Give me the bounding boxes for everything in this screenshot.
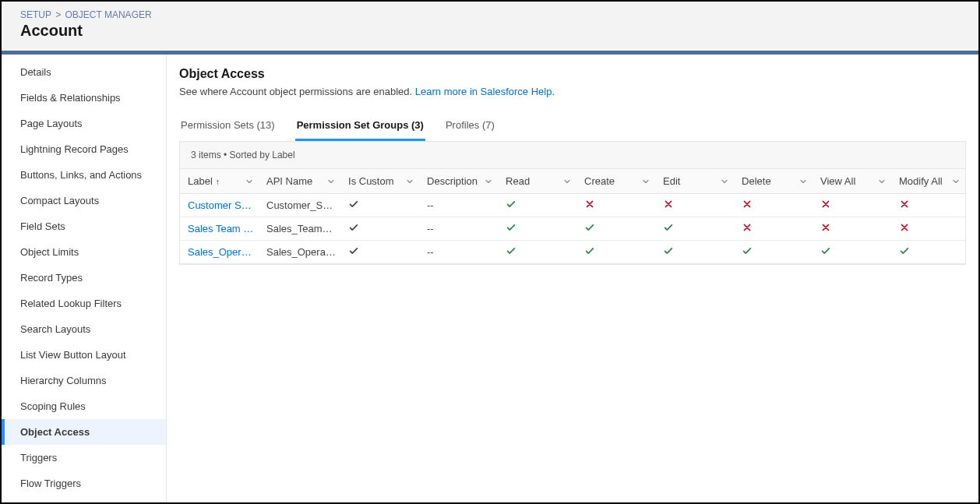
row-label[interactable]: Sales_Operatio... xyxy=(180,241,259,264)
tab-profiles-7-[interactable]: Profiles (7) xyxy=(444,111,496,141)
row-perm-edit xyxy=(655,194,734,217)
sidebar: DetailsFields & RelationshipsPage Layout… xyxy=(2,55,167,502)
row-perm-delete xyxy=(734,241,813,264)
column-header-is-custom[interactable]: Is Custom xyxy=(340,169,419,194)
row-label[interactable]: Customer Sup... xyxy=(180,194,259,217)
sidebar-item-field-sets[interactable]: Field Sets xyxy=(2,213,166,239)
chevron-down-icon[interactable] xyxy=(562,177,572,186)
row-perm-view-all xyxy=(813,194,891,217)
sidebar-item-flow-triggers[interactable]: Flow Triggers xyxy=(2,471,166,496)
chevron-down-icon[interactable] xyxy=(720,177,729,186)
chevron-down-icon[interactable] xyxy=(405,177,414,186)
breadcrumb-object-manager[interactable]: OBJECT MANAGER xyxy=(65,9,152,20)
cross-icon xyxy=(899,200,910,212)
sidebar-item-object-access[interactable]: Object Access xyxy=(2,419,166,445)
row-label[interactable]: Sales Team Me... xyxy=(180,217,259,241)
tab-permission-sets-13-[interactable]: Permission Sets (13) xyxy=(179,111,277,141)
breadcrumb: SETUP > OBJECT MANAGER xyxy=(20,9,960,20)
check-icon xyxy=(348,224,359,235)
sort-arrow-icon: ↑ xyxy=(216,177,220,186)
permission-table: Label↑API NameIs CustomDescriptionReadCr… xyxy=(180,168,965,264)
column-header-read[interactable]: Read xyxy=(498,169,576,194)
check-icon xyxy=(663,247,674,259)
check-icon xyxy=(742,247,753,259)
page-title: Account xyxy=(20,22,960,40)
sidebar-item-object-limits[interactable]: Object Limits xyxy=(2,239,166,265)
chevron-down-icon[interactable] xyxy=(326,177,336,186)
row-perm-delete xyxy=(734,194,813,217)
table-row: Customer Sup...Customer_Sup...-- xyxy=(180,194,965,217)
column-header-description[interactable]: Description xyxy=(419,169,498,194)
breadcrumb-setup[interactable]: SETUP xyxy=(20,9,51,20)
sidebar-item-details[interactable]: Details xyxy=(2,59,166,85)
table-row: Sales_Operatio...Sales_Operatio...-- xyxy=(180,241,965,264)
chevron-down-icon[interactable] xyxy=(798,177,808,186)
breadcrumb-separator: > xyxy=(55,9,61,20)
sidebar-item-record-types[interactable]: Record Types xyxy=(2,265,166,291)
check-icon xyxy=(506,224,516,235)
check-icon xyxy=(899,247,910,259)
row-perm-view-all xyxy=(813,241,891,264)
cross-icon xyxy=(820,200,831,212)
section-description: See where Account object permissions are… xyxy=(179,86,966,97)
check-icon xyxy=(506,200,516,212)
help-link[interactable]: Learn more in Salesforce Help. xyxy=(415,86,555,97)
column-header-view-all[interactable]: View All xyxy=(813,169,891,194)
page-header: SETUP > OBJECT MANAGER Account xyxy=(2,2,978,55)
tab-permission-set-groups-3-[interactable]: Permission Set Groups (3) xyxy=(295,111,425,141)
sidebar-item-hierarchy-columns[interactable]: Hierarchy Columns xyxy=(2,368,166,393)
cross-icon xyxy=(584,200,595,212)
check-icon xyxy=(348,247,359,259)
sidebar-item-fields-relationships[interactable]: Fields & Relationships xyxy=(2,85,166,111)
column-header-modify-all[interactable]: Modify All xyxy=(891,169,965,194)
sidebar-item-compact-layouts[interactable]: Compact Layouts xyxy=(2,188,166,213)
sidebar-item-buttons-links-and-actions[interactable]: Buttons, Links, and Actions xyxy=(2,162,166,188)
section-title: Object Access xyxy=(179,67,966,81)
sidebar-item-scoping-rules[interactable]: Scoping Rules xyxy=(2,393,166,419)
main-content: Object Access See where Account object p… xyxy=(167,55,978,502)
row-api-name: Sales_Team_M... xyxy=(259,217,340,241)
row-perm-read xyxy=(498,194,576,217)
chevron-down-icon[interactable] xyxy=(641,177,650,186)
cross-icon xyxy=(742,200,753,212)
chevron-down-icon[interactable] xyxy=(484,177,493,186)
table-row: Sales Team Me...Sales_Team_M...-- xyxy=(180,217,965,241)
table-meta: 3 items • Sorted by Label xyxy=(180,142,965,168)
permission-table-wrap: 3 items • Sorted by Label Label↑API Name… xyxy=(179,142,966,265)
row-is-custom xyxy=(340,241,419,264)
row-is-custom xyxy=(340,194,419,217)
row-perm-create xyxy=(576,217,655,241)
row-perm-edit xyxy=(655,241,734,264)
sidebar-item-triggers[interactable]: Triggers xyxy=(2,445,166,471)
row-description: -- xyxy=(419,194,498,217)
column-header-create[interactable]: Create xyxy=(576,169,655,194)
check-icon xyxy=(584,224,595,235)
column-header-delete[interactable]: Delete xyxy=(734,169,813,194)
check-icon xyxy=(820,247,831,259)
cross-icon xyxy=(742,224,753,235)
column-header-edit[interactable]: Edit xyxy=(655,169,734,194)
column-header-api-name[interactable]: API Name xyxy=(259,169,340,194)
column-header-label[interactable]: Label↑ xyxy=(180,169,259,194)
chevron-down-icon[interactable] xyxy=(245,177,254,186)
sidebar-item-related-lookup-filters[interactable]: Related Lookup Filters xyxy=(2,291,166,316)
check-icon xyxy=(506,247,516,259)
row-description: -- xyxy=(419,217,498,241)
sidebar-item-search-layouts[interactable]: Search Layouts xyxy=(2,316,166,342)
row-perm-modify-all xyxy=(891,217,965,241)
row-perm-edit xyxy=(655,217,734,241)
check-icon xyxy=(348,200,359,212)
row-perm-view-all xyxy=(813,217,891,241)
row-perm-delete xyxy=(734,217,813,241)
cross-icon xyxy=(820,224,831,235)
row-api-name: Customer_Sup... xyxy=(259,194,340,217)
sidebar-item-page-layouts[interactable]: Page Layouts xyxy=(2,111,166,136)
sidebar-item-list-view-button-layout[interactable]: List View Button Layout xyxy=(2,342,166,368)
row-description: -- xyxy=(419,241,498,264)
cross-icon xyxy=(663,200,674,212)
sidebar-item-lightning-record-pages[interactable]: Lightning Record Pages xyxy=(2,136,166,162)
row-perm-modify-all xyxy=(891,194,965,217)
chevron-down-icon[interactable] xyxy=(951,177,961,186)
row-perm-modify-all xyxy=(891,241,965,264)
chevron-down-icon[interactable] xyxy=(877,177,887,186)
